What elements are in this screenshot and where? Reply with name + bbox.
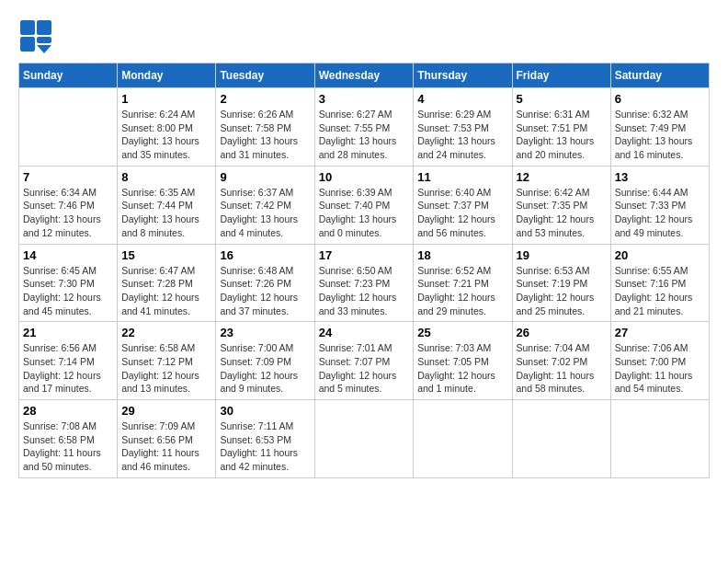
sunset-text: Sunset: 7:40 PM [319, 199, 410, 213]
sunset-text: Sunset: 7:35 PM [517, 199, 607, 213]
sunset-text: Sunset: 7:37 PM [417, 199, 507, 213]
daylight-text: Daylight: 12 hours and 21 minutes. [615, 291, 705, 317]
day-number: 18 [417, 248, 507, 262]
sunrise-text: Sunrise: 6:45 AM [23, 264, 113, 278]
day-info: Sunrise: 6:56 AMSunset: 7:14 PMDaylight:… [23, 341, 113, 396]
calendar-day-cell: 12Sunrise: 6:42 AMSunset: 7:35 PMDayligh… [512, 166, 610, 244]
calendar-day-cell: 2Sunrise: 6:26 AMSunset: 7:58 PMDaylight… [216, 88, 314, 167]
sunset-text: Sunset: 7:49 PM [615, 121, 705, 135]
sunset-text: Sunset: 7:07 PM [319, 355, 410, 369]
sunset-text: Sunset: 7:05 PM [417, 355, 507, 369]
day-number: 4 [417, 92, 507, 106]
day-number: 30 [220, 404, 310, 418]
sunset-text: Sunset: 7:12 PM [121, 355, 211, 369]
calendar-day-cell: 20Sunrise: 6:55 AMSunset: 7:16 PMDayligh… [610, 244, 709, 322]
daylight-text: Daylight: 12 hours and 29 minutes. [417, 291, 507, 317]
day-number: 23 [220, 326, 310, 339]
day-info: Sunrise: 6:52 AMSunset: 7:21 PMDaylight:… [417, 264, 507, 318]
daylight-text: Daylight: 12 hours and 1 minute. [417, 369, 507, 396]
day-info: Sunrise: 7:08 AMSunset: 6:58 PMDaylight:… [23, 419, 113, 474]
sunrise-text: Sunrise: 7:03 AM [417, 341, 507, 355]
sunset-text: Sunset: 7:55 PM [319, 121, 410, 135]
sunrise-text: Sunrise: 6:50 AM [319, 264, 410, 278]
svg-marker-4 [37, 45, 51, 53]
weekday-header-cell: Friday [512, 63, 610, 88]
day-info: Sunrise: 6:53 AMSunset: 7:19 PMDaylight:… [517, 264, 607, 318]
calendar-day-cell: 25Sunrise: 7:03 AMSunset: 7:05 PMDayligh… [414, 322, 512, 400]
day-number: 15 [121, 248, 211, 262]
day-info: Sunrise: 6:45 AMSunset: 7:30 PMDaylight:… [23, 264, 113, 318]
weekday-header-cell: Wednesday [314, 63, 414, 88]
day-info: Sunrise: 6:31 AMSunset: 7:51 PMDaylight:… [517, 108, 607, 162]
sunset-text: Sunset: 7:42 PM [220, 199, 310, 213]
day-info: Sunrise: 6:42 AMSunset: 7:35 PMDaylight:… [517, 186, 607, 240]
daylight-text: Daylight: 12 hours and 25 minutes. [517, 291, 607, 317]
sunset-text: Sunset: 7:02 PM [517, 355, 607, 369]
day-number: 13 [615, 170, 705, 184]
day-info: Sunrise: 7:00 AMSunset: 7:09 PMDaylight:… [220, 341, 310, 396]
calendar-day-cell: 16Sunrise: 6:48 AMSunset: 7:26 PMDayligh… [216, 244, 314, 322]
calendar-day-cell: 11Sunrise: 6:40 AMSunset: 7:37 PMDayligh… [414, 166, 512, 244]
svg-rect-0 [20, 20, 35, 35]
calendar-day-cell: 1Sunrise: 6:24 AMSunset: 8:00 PMDaylight… [118, 88, 216, 167]
daylight-text: Daylight: 13 hours and 0 minutes. [319, 213, 410, 239]
daylight-text: Daylight: 13 hours and 28 minutes. [319, 134, 410, 161]
calendar-day-cell: 7Sunrise: 6:34 AMSunset: 7:46 PMDaylight… [19, 166, 118, 244]
calendar-day-cell: 17Sunrise: 6:50 AMSunset: 7:23 PMDayligh… [314, 244, 414, 322]
sunrise-text: Sunrise: 6:44 AM [615, 186, 705, 200]
daylight-text: Daylight: 12 hours and 56 minutes. [417, 213, 507, 239]
day-number: 16 [220, 248, 310, 262]
day-info: Sunrise: 7:06 AMSunset: 7:00 PMDaylight:… [615, 341, 705, 396]
calendar-body: 1Sunrise: 6:24 AMSunset: 8:00 PMDaylight… [19, 88, 710, 478]
weekday-header-cell: Thursday [414, 63, 512, 88]
sunset-text: Sunset: 7:23 PM [319, 277, 410, 291]
day-info: Sunrise: 6:50 AMSunset: 7:23 PMDaylight:… [319, 264, 410, 318]
daylight-text: Daylight: 11 hours and 58 minutes. [517, 369, 607, 396]
sunset-text: Sunset: 6:56 PM [121, 433, 211, 447]
sunrise-text: Sunrise: 7:04 AM [517, 341, 607, 355]
sunrise-text: Sunrise: 7:09 AM [121, 419, 211, 433]
sunset-text: Sunset: 7:00 PM [615, 355, 705, 369]
weekday-header-cell: Sunday [19, 63, 118, 88]
day-number: 8 [121, 170, 211, 184]
day-number: 5 [517, 92, 607, 106]
sunrise-text: Sunrise: 6:56 AM [23, 341, 113, 355]
calendar-day-cell: 23Sunrise: 7:00 AMSunset: 7:09 PMDayligh… [216, 322, 314, 400]
day-number: 26 [517, 326, 607, 339]
daylight-text: Daylight: 13 hours and 31 minutes. [220, 134, 310, 161]
daylight-text: Daylight: 11 hours and 42 minutes. [220, 446, 310, 473]
day-info: Sunrise: 6:40 AMSunset: 7:37 PMDaylight:… [417, 186, 507, 240]
day-info: Sunrise: 6:55 AMSunset: 7:16 PMDaylight:… [615, 264, 705, 318]
sunset-text: Sunset: 7:21 PM [417, 277, 507, 291]
daylight-text: Daylight: 12 hours and 49 minutes. [615, 213, 705, 239]
calendar-day-cell: 19Sunrise: 6:53 AMSunset: 7:19 PMDayligh… [512, 244, 610, 322]
day-info: Sunrise: 7:01 AMSunset: 7:07 PMDaylight:… [319, 341, 410, 396]
calendar-day-cell: 28Sunrise: 7:08 AMSunset: 6:58 PMDayligh… [19, 400, 118, 478]
calendar-day-cell: 27Sunrise: 7:06 AMSunset: 7:00 PMDayligh… [610, 322, 709, 400]
weekday-header-cell: Tuesday [216, 63, 314, 88]
day-number: 25 [417, 326, 507, 339]
sunrise-text: Sunrise: 6:53 AM [517, 264, 607, 278]
calendar-day-cell: 14Sunrise: 6:45 AMSunset: 7:30 PMDayligh… [19, 244, 118, 322]
day-info: Sunrise: 6:29 AMSunset: 7:53 PMDaylight:… [417, 108, 507, 162]
day-number: 28 [23, 404, 113, 418]
sunrise-text: Sunrise: 7:01 AM [319, 341, 410, 355]
sunrise-text: Sunrise: 6:37 AM [220, 186, 310, 200]
daylight-text: Daylight: 12 hours and 41 minutes. [121, 291, 211, 317]
day-number: 19 [517, 248, 607, 262]
page-header [18, 18, 710, 53]
sunrise-text: Sunrise: 7:06 AM [615, 341, 705, 355]
weekday-header-row: SundayMondayTuesdayWednesdayThursdayFrid… [19, 63, 710, 88]
sunrise-text: Sunrise: 6:29 AM [417, 108, 507, 121]
sunrise-text: Sunrise: 6:58 AM [121, 341, 211, 355]
day-number: 7 [23, 170, 113, 184]
daylight-text: Daylight: 11 hours and 50 minutes. [23, 446, 113, 473]
day-number: 24 [319, 326, 410, 339]
calendar-table: SundayMondayTuesdayWednesdayThursdayFrid… [18, 63, 710, 478]
sunset-text: Sunset: 7:58 PM [220, 121, 310, 135]
weekday-header-cell: Monday [118, 63, 216, 88]
day-info: Sunrise: 6:32 AMSunset: 7:49 PMDaylight:… [615, 108, 705, 162]
calendar-day-cell: 6Sunrise: 6:32 AMSunset: 7:49 PMDaylight… [610, 88, 709, 167]
daylight-text: Daylight: 11 hours and 54 minutes. [615, 369, 705, 396]
sunset-text: Sunset: 7:28 PM [121, 277, 211, 291]
